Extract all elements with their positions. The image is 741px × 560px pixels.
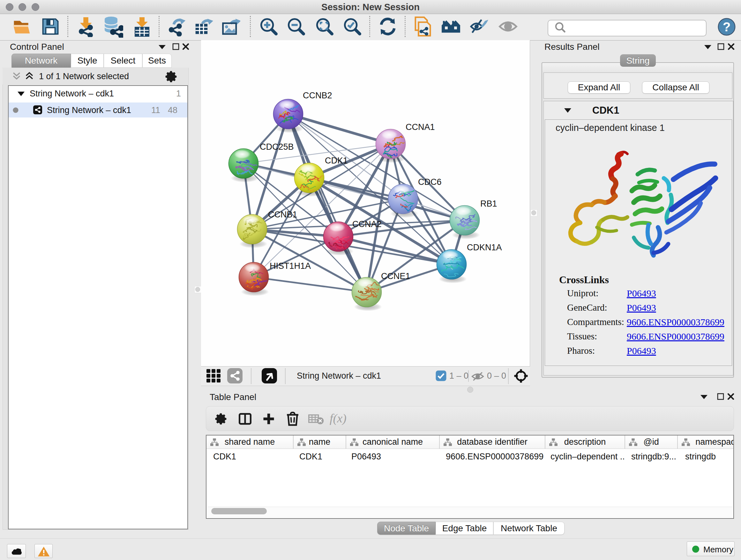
svg-text:CCNB2: CCNB2: [303, 91, 332, 100]
svg-text:HIST1H1A: HIST1H1A: [270, 261, 311, 271]
svg-text:CCNA1: CCNA1: [406, 122, 435, 132]
svg-text:CDC6: CDC6: [418, 177, 442, 187]
svg-text:CCNB1: CCNB1: [268, 210, 297, 219]
svg-text:RB1: RB1: [480, 199, 497, 208]
svg-text:CDKN1A: CDKN1A: [467, 243, 502, 252]
svg-text:CDC25B: CDC25B: [260, 142, 294, 152]
svg-text:CCNA2: CCNA2: [352, 219, 382, 229]
svg-text:?: ?: [723, 20, 731, 34]
svg-text:CCNE1: CCNE1: [381, 271, 410, 281]
svg-text:CDK1: CDK1: [325, 156, 348, 165]
